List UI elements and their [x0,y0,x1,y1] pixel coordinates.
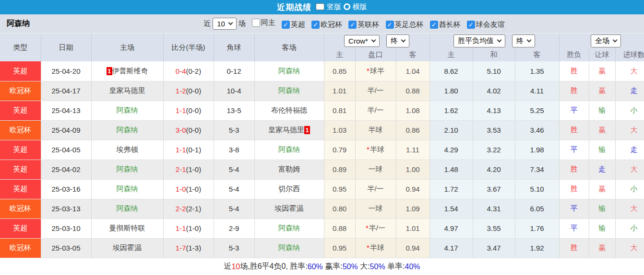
checkbox-icon: ✓ [430,21,438,29]
match-date: 25-04-02 [41,160,91,179]
away-team-cell[interactable]: 阿森纳 [254,218,324,238]
home-team-cell[interactable]: 皇家马德里 [91,81,163,101]
league-filter[interactable]: ✓ 欧冠杯 [307,20,342,29]
odds-source-select[interactable]: Crow* [344,35,380,47]
avg-odds-away: 1.98 [515,140,559,160]
league-badge: 英超 [0,101,41,120]
scope-select[interactable]: 全场 [591,34,621,47]
away-team-cell[interactable]: 阿森纳 [254,61,324,81]
score-cell: 1-0(1-0) [163,179,214,199]
home-team-name: 曼彻斯特联 [109,224,145,232]
away-team-cell[interactable]: 埃因霍温 [254,199,324,218]
home-team-cell[interactable]: 埃因霍温 [91,238,163,258]
home-team-cell[interactable]: 阿森纳 [91,179,163,199]
league-filter[interactable]: ✓ 球会友谊 [463,20,505,29]
avg-time-select[interactable]: 终 [512,34,535,47]
goals-result-cell: 小 [615,179,644,199]
asian-handicap-line: *半球 [355,140,396,160]
home-team-cell[interactable]: 阿森纳 [91,101,163,120]
fulltime-score: 1-0 [176,185,186,193]
avg-odds-draw: 3.47 [473,238,515,258]
fulltime-score: 2-1 [176,165,186,173]
home-team-name: 阿森纳 [117,126,138,134]
match-date: 25-04-20 [41,61,91,81]
goals-result-cell: 大 [615,238,644,258]
home-team-name: 埃因霍温 [113,243,142,252]
radio-label: 竖版 [327,2,341,11]
asian-odds-away: 1.09 [396,199,429,218]
league-filter[interactable]: ✓ 酋长杯 [426,20,461,29]
halftime-score: (2-1) [186,205,202,213]
chevron-down-icon [401,37,405,42]
home-team-cell[interactable]: 曼彻斯特联 [91,218,163,238]
handicap-result-cell: 赢 [589,238,615,258]
avg-odds-home: 1.62 [429,101,473,120]
home-team-cell[interactable]: 阿森纳 [91,120,163,140]
filter-label: 英联杯 [358,20,379,29]
league-filter[interactable]: ✓ 英联杯 [344,20,379,29]
col-header-type: 类型 [0,34,41,61]
home-team-cell[interactable]: 1伊普斯维奇 [91,61,163,81]
layout-radio[interactable]: 竖版 [316,2,341,11]
asian-odds-away: 0.86 [396,120,429,140]
subheader-goals: 进球数 [615,48,644,61]
avg-odds-home: 1.48 [429,160,473,179]
filter-label: 同主 [261,18,275,27]
handicap-star: * [367,145,370,153]
away-team-cell[interactable]: 阿森纳 [254,238,324,258]
league-filter[interactable]: ✓ 英超 [277,20,305,29]
asian-odds-away: 0.94 [396,238,429,258]
home-team-cell[interactable]: 埃弗顿 [91,140,163,160]
summary-segment: 10 [231,263,240,271]
layout-radio[interactable]: 横版 [344,2,367,11]
asian-handicap-line: 一球 [355,160,396,179]
halftime-score: (0-2) [186,67,202,75]
scope-value: 全场 [595,36,609,46]
away-team-cell[interactable]: 切尔西 [254,179,324,199]
away-team-cell[interactable]: 阿森纳 [254,81,324,101]
games-label: 场 [239,19,246,28]
asian-odds-home: 0.81 [324,101,355,120]
league-filter-group: 同主 ✓ 英超 ✓ 欧冠杯 ✓ 英联杯 ✓ 英足总杯 ✓ 酋长杯 ✓ 球会友谊 [248,18,505,29]
fulltime-score: 1-2 [176,87,186,95]
home-team-cell[interactable]: 阿森纳 [91,160,163,179]
corner-count: 5-4 [214,199,254,218]
away-team-cell[interactable]: 布伦特福德 [254,101,324,120]
summary-line: 近 10 场,胜6平4负0, 胜率: 60% 赢率: 50% 大: 50% 单率… [0,258,644,275]
asian-odds-home: 0.79 [324,140,355,160]
away-team-cell[interactable]: 阿森纳 [254,140,324,160]
team-name: 阿森纳 [7,19,30,29]
corner-count: 13-5 [214,101,254,120]
filter-label: 英超 [291,20,305,29]
subheader-asian-away: 客 [396,48,429,61]
avg-odds-away: 6.05 [515,199,559,218]
checkbox-icon: ✓ [311,21,320,29]
handicap-text: 半/一 [367,184,383,193]
league-filter[interactable]: ✓ 英足总杯 [382,20,424,29]
avg-odds-select[interactable]: 胜平负均值 [453,34,505,47]
score-cell: 1-2(0-0) [163,81,214,101]
page-title: 近期战绩 [277,2,311,13]
away-team-name: 布伦特福德 [271,106,307,114]
corner-count: 5-4 [214,160,254,179]
subheader-asian-home: 主 [324,48,355,61]
handicap-star: * [367,243,370,252]
avg-odds-away: 1.92 [515,238,559,258]
topbar: 近期战绩 竖版 横版 [0,0,644,14]
away-team-cell[interactable]: 富勒姆 [254,160,324,179]
asian-odds-home: 1.03 [324,120,355,140]
league-filter[interactable]: 同主 [248,18,275,27]
summary-segment: 50% [370,263,385,271]
odds-time-select[interactable]: 终 [386,34,409,47]
result-cell: 胜 [559,120,589,140]
league-badge: 欧冠杯 [0,120,41,140]
chevron-down-icon [613,37,618,42]
home-team-cell[interactable]: 阿森纳 [91,199,163,218]
summary-segment: 60% [308,263,323,271]
match-count-select[interactable]: 10 [213,18,237,30]
filter-label: 欧冠杯 [321,20,342,29]
handicap-star: * [367,67,370,75]
league-badge: 英超 [0,160,41,179]
result-cell: 胜 [559,61,589,81]
away-team-cell[interactable]: 皇家马德里1 [254,120,324,140]
